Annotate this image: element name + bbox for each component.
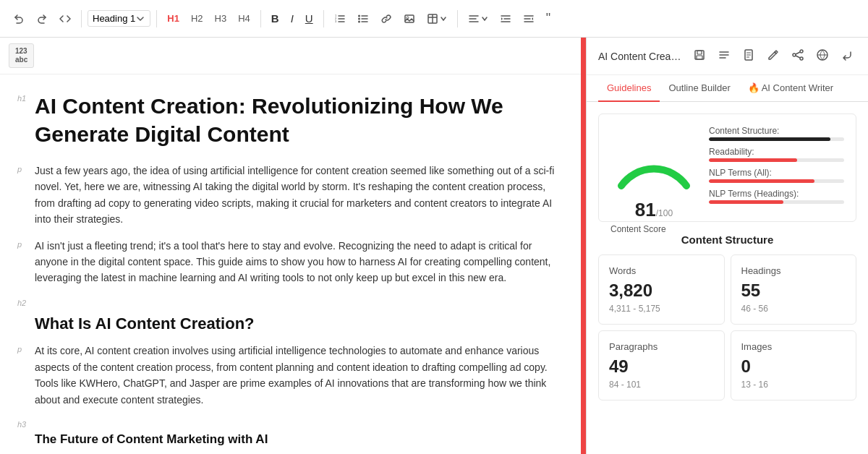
score-bars: Content Structure: Readability: NLP Term… — [709, 126, 844, 210]
stat-headings-label: Headings — [741, 265, 846, 276]
bar-nlp-headings-track — [709, 200, 844, 204]
indent-right-button[interactable] — [519, 10, 539, 27]
separator-1 — [81, 10, 82, 27]
bar-nlp-all-track — [709, 179, 844, 183]
underline-button[interactable]: U — [301, 9, 318, 27]
stat-images-label: Images — [741, 341, 846, 352]
ordered-list-button[interactable]: 123 — [330, 10, 350, 27]
paragraph-3[interactable]: At its core, AI content creation involve… — [35, 343, 555, 408]
stat-headings: Headings 55 46 - 56 — [731, 254, 857, 325]
right-header: AI Content Crea… — [587, 38, 868, 75]
right-panel-title: AI Content Crea… — [598, 51, 684, 62]
indent-right-icon — [523, 13, 535, 25]
share-icon-button[interactable] — [788, 46, 807, 67]
table-button[interactable] — [422, 10, 451, 27]
editor-content[interactable]: h1 AI Content Creation: Revolutionizing … — [0, 74, 584, 454]
document-h2[interactable]: What Is AI Content Creation? — [35, 314, 255, 335]
paragraph-1[interactable]: Just a few years ago, the idea of using … — [35, 163, 555, 228]
bold-button[interactable]: B — [267, 9, 284, 27]
indent-left-button[interactable] — [495, 10, 516, 27]
unordered-list-button[interactable] — [353, 10, 373, 27]
editor-top-bar: 123abc — [0, 38, 584, 74]
align-button[interactable] — [464, 10, 493, 27]
para3-tag: p — [17, 345, 29, 354]
bar-nlp-all-fill — [709, 179, 814, 183]
edit-icon-button[interactable] — [764, 46, 783, 67]
undo-button[interactable] — [9, 10, 29, 27]
score-badge: 123abc — [9, 43, 34, 68]
h1-tag: h1 — [17, 94, 29, 103]
heading-style-select[interactable]: Heading 1 — [88, 10, 150, 27]
stat-images-range: 13 - 16 — [741, 380, 846, 390]
para2-row: p AI isn't just a fleeting trend; it's a… — [17, 238, 555, 296]
right-tabs: Guidelines Outline Builder 🔥 AI Content … — [587, 75, 868, 102]
stat-words: Words 3,820 4,311 - 5,175 — [598, 254, 725, 325]
stat-paragraphs-label: Paragraphs — [609, 341, 714, 352]
editor-panel: 123abc h1 AI Content Creation: Revolutio… — [0, 38, 586, 454]
h3-tag: h3 — [17, 420, 29, 429]
separator-5 — [457, 10, 458, 27]
scroll-indicator — [581, 38, 584, 454]
list-icon-button[interactable] — [715, 46, 733, 67]
tab-ai-content-writer[interactable]: 🔥 AI Content Writer — [739, 75, 842, 102]
italic-button[interactable]: I — [286, 9, 298, 27]
document-h1[interactable]: AI Content Creation: Revolutionizing How… — [35, 92, 555, 148]
h1-button[interactable]: H1 — [163, 10, 184, 27]
heading-select-label: Heading 1 — [93, 13, 135, 24]
return-icon-button[interactable] — [838, 46, 856, 67]
h2-row: h2 What Is AI Content Creation? — [17, 296, 555, 343]
bar-readability-fill — [709, 158, 797, 162]
document-icon-button[interactable] — [739, 46, 758, 67]
chevron-down-align-icon — [481, 15, 488, 22]
h3-button[interactable]: H3 — [210, 10, 231, 27]
h2-button[interactable]: H2 — [187, 10, 208, 27]
para1-row: p Just a few years ago, the idea of usin… — [17, 163, 555, 238]
code-view-button[interactable] — [55, 10, 75, 27]
content-structure-title: Content Structure — [598, 234, 856, 246]
indent-left-icon — [500, 13, 511, 25]
link-button[interactable] — [376, 10, 396, 27]
svg-point-38 — [800, 57, 803, 60]
tab-guidelines-label: Guidelines — [607, 82, 651, 93]
right-panel: AI Content Crea… — [586, 38, 868, 454]
redo-button[interactable] — [32, 10, 52, 27]
svg-point-11 — [358, 20, 360, 22]
bar-content-structure: Content Structure: — [709, 126, 844, 141]
svg-point-37 — [793, 53, 796, 56]
unordered-list-icon — [357, 13, 369, 25]
tab-outline-builder-label: Outline Builder — [668, 82, 730, 93]
tab-ai-content-writer-label: AI Content Writer — [762, 82, 833, 93]
wordpress-icon — [816, 48, 829, 61]
tab-guidelines[interactable]: Guidelines — [598, 75, 660, 102]
save-icon-button[interactable] — [690, 46, 709, 67]
stat-paragraphs-value: 49 — [609, 356, 714, 377]
document-h3[interactable]: The Future of Content Marketing with AI — [35, 432, 268, 447]
tab-outline-builder[interactable]: Outline Builder — [660, 75, 739, 102]
gauge-svg — [610, 135, 697, 193]
svg-point-36 — [800, 50, 803, 53]
svg-line-40 — [796, 56, 800, 58]
share-icon — [791, 48, 804, 61]
image-button[interactable] — [399, 10, 420, 27]
wordpress-icon-button[interactable] — [813, 46, 832, 67]
bar-content-structure-fill — [709, 137, 830, 141]
document-icon — [742, 48, 755, 61]
bar-readability: Readability: — [709, 147, 844, 162]
bar-nlp-all-label: NLP Terms (All): — [709, 168, 844, 178]
stat-words-label: Words — [609, 265, 714, 276]
bar-nlp-all: NLP Terms (All): — [709, 168, 844, 183]
bar-readability-label: Readability: — [709, 147, 844, 157]
separator-3 — [260, 10, 261, 27]
bar-readability-track — [709, 158, 844, 162]
save-icon — [693, 48, 706, 61]
edit-icon — [767, 48, 780, 61]
score-section: 81/100 Content Score Content Structure: … — [598, 113, 856, 222]
score-max: /100 — [656, 208, 673, 218]
bar-nlp-headings: NLP Terms (Headings): — [709, 189, 844, 204]
paragraph-2[interactable]: AI isn't just a fleeting trend; it's a t… — [35, 238, 555, 286]
para3-row: p At its core, AI content creation invol… — [17, 343, 555, 418]
quote-button[interactable]: " — [542, 8, 555, 29]
h4-button[interactable]: H4 — [234, 10, 255, 27]
para1-tag: p — [17, 165, 29, 174]
bar-nlp-headings-label: NLP Terms (Headings): — [709, 189, 844, 199]
